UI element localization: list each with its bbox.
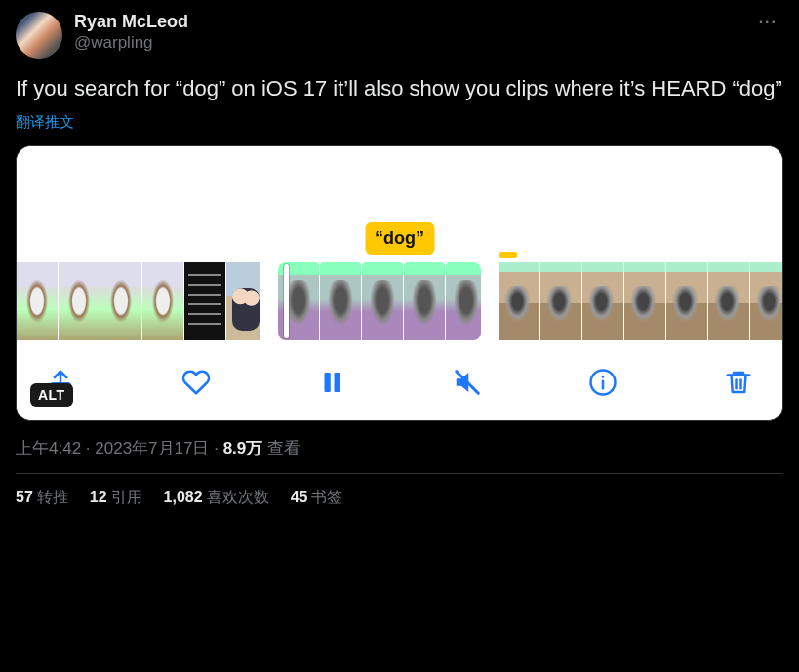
thumbnail-frame (540, 262, 581, 340)
tweet-time[interactable]: 上午4:42 (16, 439, 81, 457)
trash-icon[interactable] (724, 368, 753, 397)
thumbnail-frame (750, 262, 782, 340)
tweet-date[interactable]: 2023年7月17日 (95, 439, 209, 457)
bookmarks-stat[interactable]: 45书签 (291, 488, 343, 508)
author-names[interactable]: Ryan McLeod @warpling (74, 12, 188, 53)
thumbnail-frame (404, 262, 445, 340)
pause-icon[interactable] (317, 368, 346, 397)
caption-tick (499, 252, 517, 258)
thumbnail-frame (320, 262, 361, 340)
tweet: Ryan McLeod @warpling ··· If you search … (16, 12, 783, 508)
tweet-stats: 57转推 12引用 1,082喜欢次数 45书签 (16, 474, 783, 508)
info-icon[interactable] (588, 368, 618, 397)
likes-stat[interactable]: 1,082喜欢次数 (164, 488, 269, 508)
thumbnail-frame (624, 262, 665, 340)
views-count: 8.9万 (223, 439, 263, 457)
thumbnail-frame (499, 262, 539, 340)
playhead[interactable] (284, 264, 289, 338)
filmstrip (17, 258, 782, 348)
heart-icon[interactable] (181, 368, 211, 397)
thumbnail-frame (142, 262, 183, 340)
svg-rect-2 (335, 373, 340, 392)
thumbnail-frame (226, 262, 260, 340)
views-label: 查看 (267, 439, 300, 457)
thumbnail-frame (17, 262, 58, 340)
thumbnail-frame (184, 262, 225, 340)
tweet-text: If you search for “dog” on iOS 17 it’ll … (16, 74, 783, 103)
thumbnail-frame (666, 262, 707, 340)
thumbnail-frame (446, 262, 481, 340)
clip-left[interactable] (17, 262, 260, 340)
svg-rect-1 (325, 373, 331, 392)
svg-point-6 (602, 376, 605, 378)
tweet-header: Ryan McLeod @warpling ··· (16, 12, 783, 59)
translate-link[interactable]: 翻译推文 (16, 113, 783, 132)
thumbnail-frame (582, 262, 623, 340)
mute-icon[interactable] (453, 368, 482, 397)
media-top: “dog” (17, 146, 782, 258)
thumbnail-frame (708, 262, 749, 340)
clip-center[interactable] (278, 262, 481, 340)
avatar[interactable] (16, 12, 62, 59)
thumbnail-frame (362, 262, 403, 340)
display-name: Ryan McLeod (74, 12, 188, 33)
caption-bubble: “dog” (365, 222, 434, 255)
thumbnail-frame (100, 262, 141, 340)
retweets-stat[interactable]: 57转推 (16, 488, 68, 508)
tweet-meta: 上午4:42 · 2023年7月17日 · 8.9万 查看 (16, 437, 783, 459)
alt-badge[interactable]: ALT (30, 383, 73, 407)
media-card[interactable]: “dog” (16, 145, 783, 421)
more-button[interactable]: ··· (753, 12, 783, 33)
clip-right[interactable] (499, 262, 782, 340)
handle: @warpling (74, 33, 188, 53)
media-controls (17, 348, 782, 420)
quotes-stat[interactable]: 12引用 (90, 488, 142, 508)
thumbnail-frame (59, 262, 100, 340)
